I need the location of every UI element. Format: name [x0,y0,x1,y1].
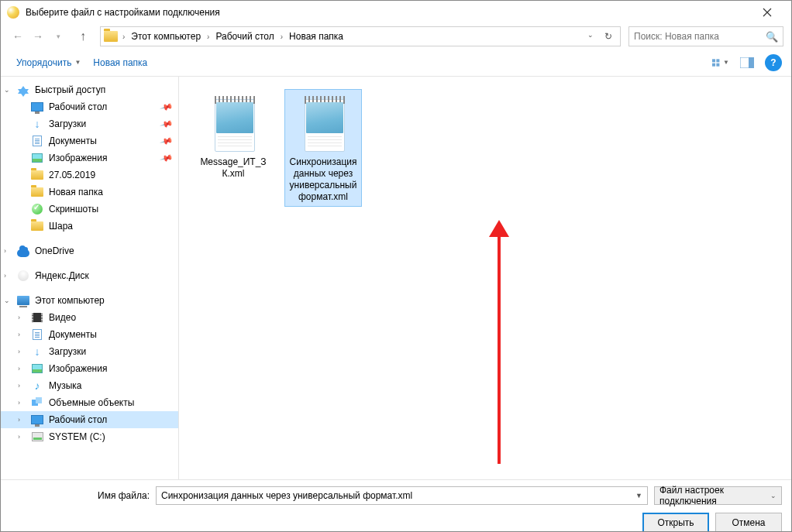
drive-icon [30,431,44,443]
svg-rect-2 [712,63,715,66]
crumb-root[interactable]: Этот компьютер [126,29,205,43]
svg-rect-1 [716,59,719,62]
svg-rect-0 [712,59,715,62]
chevron-down-icon[interactable]: ▼ [635,492,642,499]
star-icon [16,84,30,96]
search-icon[interactable]: 🔍 [766,31,778,43]
pictures-icon [30,362,44,375]
svg-rect-5 [749,57,754,68]
expander-icon[interactable]: ⌄ [4,297,10,304]
window-title: Выберите файл с настройками подключения [26,7,749,18]
chevron-right-icon: › [279,33,284,41]
toolbar: Упорядочить ▼ Новая папка ▼ ? [1,49,791,77]
expander-icon[interactable]: › [4,247,6,255]
file-item-message[interactable]: Message_ИТ_ЗК.xml [195,89,272,184]
file-label: Message_ИТ_ЗК.xml [198,156,268,180]
preview-pane-button[interactable] [739,54,756,71]
forward-button[interactable]: → [29,27,47,46]
sidebar-pictures2[interactable]: › Изображения [1,360,178,377]
expander-icon[interactable]: › [18,416,20,424]
download-icon: ↓ [30,345,44,358]
sidebar-this-pc[interactable]: ⌄ Этот компьютер [1,292,178,309]
close-button[interactable] [749,1,785,24]
3d-icon [30,396,44,409]
download-icon: ↓ [30,118,44,130]
folder-icon [30,186,44,198]
breadcrumb[interactable]: › Этот компьютер › Рабочий стол › Новая … [100,26,621,46]
sidebar-documents[interactable]: Документы 📌 [1,132,178,149]
nav-row: ← → ▾ ↑ › Этот компьютер › Рабочий стол … [1,24,791,49]
desktop-icon [30,414,44,426]
sidebar-downloads2[interactable]: › ↓ Загрузки [1,343,178,360]
sidebar-share[interactable]: Шара [1,218,178,235]
expander-icon[interactable]: › [4,272,6,280]
sidebar-downloads[interactable]: ↓ Загрузки 📌 [1,115,178,132]
breadcrumb-dropdown[interactable]: ⌄ [583,29,598,43]
cancel-label: Отмена [732,517,765,528]
cloud-icon [16,245,30,257]
newfolder-label: Новая папка [93,57,147,68]
sidebar-folder-new[interactable]: Новая папка [1,184,178,201]
sidebar-desktop[interactable]: Рабочий стол 📌 [1,98,178,115]
sidebar-music[interactable]: › ♪ Музыка [1,377,178,394]
file-label: Синхронизация данных через универсальный… [288,156,358,203]
filename-input[interactable] [161,490,635,501]
expander-icon[interactable]: › [18,399,20,407]
sidebar-desktop2[interactable]: › Рабочий стол [1,411,178,428]
refresh-button[interactable]: ↻ [600,29,617,43]
file-item-sync[interactable]: Синхронизация данных через универсальный… [284,89,362,207]
xml-file-icon [298,93,348,152]
expander-icon[interactable]: › [18,382,20,390]
pin-icon: 📌 [160,117,174,131]
view-mode-button[interactable]: ▼ [712,54,729,71]
pictures-icon [30,152,44,164]
file-pane[interactable]: Message_ИТ_ЗК.xml Синхронизация данных ч… [179,77,791,479]
sidebar-screenshots[interactable]: Скриншоты [1,201,178,218]
sidebar-onedrive[interactable]: › OneDrive [1,242,178,259]
xml-file-icon [208,93,258,152]
sidebar-documents2[interactable]: › Документы [1,326,178,343]
video-icon [30,311,44,324]
cancel-button[interactable]: Отмена [715,513,782,532]
folder-icon [104,31,118,42]
open-button[interactable]: Открыть [642,513,709,532]
sidebar-folder-date[interactable]: 27.05.2019 [1,166,178,184]
chevron-down-icon: ▼ [723,59,729,66]
expander-icon[interactable]: › [18,331,20,338]
filetype-dropdown[interactable]: Файл настроек подключения ⌄ [654,486,782,505]
folder-icon [30,220,44,232]
expander-icon[interactable]: ⌄ [4,86,10,94]
expander-icon[interactable]: › [18,433,20,441]
help-button[interactable]: ? [765,54,782,71]
sidebar-yandex-disk[interactable]: › Яндекс.Диск [1,267,178,284]
folder-icon [30,169,44,181]
pin-icon: 📌 [160,151,174,165]
search-box[interactable]: 🔍 [628,26,783,46]
up-button[interactable]: ↑ [74,27,92,46]
expander-icon[interactable]: › [18,314,20,321]
expander-icon[interactable]: › [18,348,20,355]
history-dropdown[interactable]: ▾ [49,27,67,46]
sidebar-3dobjects[interactable]: › Объемные объекты [1,394,178,411]
back-button[interactable]: ← [9,27,27,46]
sidebar-quick-access[interactable]: ⌄ Быстрый доступ [1,81,178,98]
sidebar-videos[interactable]: › Видео [1,309,178,326]
organize-label: Упорядочить [16,57,71,68]
document-icon [30,135,44,147]
expander-icon[interactable]: › [18,365,20,372]
sidebar[interactable]: ⌄ Быстрый доступ Рабочий стол 📌 ↓ Загруз… [1,77,179,479]
svg-rect-3 [716,63,719,66]
search-input[interactable] [634,31,766,42]
chevron-down-icon: ▼ [74,59,81,66]
crumb-p2[interactable]: Новая папка [284,29,348,43]
newfolder-button[interactable]: Новая папка [87,54,153,71]
pin-icon: 📌 [160,100,174,114]
filename-combo[interactable]: ▼ [156,486,648,505]
organize-button[interactable]: Упорядочить ▼ [10,54,87,71]
titlebar: Выберите файл с настройками подключения [1,1,791,24]
music-icon: ♪ [30,379,44,392]
crumb-p1[interactable]: Рабочий стол [211,29,278,43]
sidebar-pictures[interactable]: Изображения 📌 [1,149,178,166]
desktop-icon [30,101,44,113]
sidebar-drive-c[interactable]: › SYSTEM (C:) [1,428,178,445]
